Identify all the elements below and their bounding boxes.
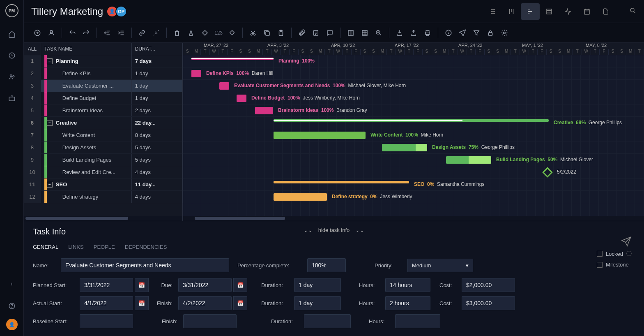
task-row[interactable]: 12Define strategy4 days xyxy=(24,191,182,203)
planned-hours-input[interactable]: 14 hours xyxy=(385,278,430,292)
duration-cell[interactable]: 1 day xyxy=(132,80,182,92)
copy-icon[interactable] xyxy=(261,27,273,39)
task-bar[interactable] xyxy=(274,132,366,139)
indent-icon[interactable] xyxy=(115,27,127,39)
task-name-cell[interactable]: −Planning xyxy=(41,55,132,67)
task-name-cell[interactable]: Design Assets xyxy=(41,141,132,153)
duration-cell[interactable]: 4 days xyxy=(132,166,182,178)
actual-duration-input[interactable]: 1 day xyxy=(294,296,341,310)
hide-task-info-button[interactable]: ⌄⌄ hide task info ⌄⌄ xyxy=(304,227,365,233)
tab-dependencies[interactable]: DEPENDENCIES xyxy=(125,244,167,250)
task-row[interactable]: 7Write Content8 days xyxy=(24,129,182,141)
duration-cell[interactable]: 1 day xyxy=(132,67,182,79)
task-name-cell[interactable]: Evaluate Customer ... xyxy=(41,80,132,92)
activity-view-icon[interactable] xyxy=(559,3,577,20)
task-name-cell[interactable]: Write Content xyxy=(41,129,132,141)
tab-general[interactable]: GENERAL xyxy=(33,244,58,250)
list-view-icon[interactable] xyxy=(483,3,502,20)
actual-cost-input[interactable]: $3,000.00 xyxy=(462,296,515,310)
export-icon[interactable] xyxy=(407,27,420,39)
member-avatar[interactable]: GP xyxy=(115,6,127,17)
task-name-cell[interactable]: Define KPIs xyxy=(41,67,132,79)
notes-icon[interactable] xyxy=(310,27,322,39)
undo-icon[interactable] xyxy=(66,27,78,39)
duration-cell[interactable]: 5 days xyxy=(132,141,182,153)
attachment-icon[interactable] xyxy=(296,27,308,39)
project-members[interactable]: 👤 GP xyxy=(109,6,127,17)
paste-icon[interactable] xyxy=(275,27,287,39)
col-header-name[interactable]: TASK NAME xyxy=(41,43,132,55)
people-icon[interactable] xyxy=(7,72,16,81)
grid-icon[interactable] xyxy=(359,27,371,39)
collapse-icon[interactable]: − xyxy=(47,120,53,126)
task-row[interactable]: 10Review and Edit Cre...4 days xyxy=(24,166,182,178)
task-name-cell[interactable]: Review and Edit Cre... xyxy=(41,166,132,178)
milestone-marker[interactable] xyxy=(542,167,552,177)
tab-links[interactable]: LINKS xyxy=(68,244,84,250)
duration-cell[interactable]: 4 days xyxy=(132,191,182,203)
task-row[interactable]: 6−Creative22 day... xyxy=(24,117,182,129)
info-icon[interactable] xyxy=(442,27,455,39)
send-task-icon[interactable] xyxy=(621,236,632,249)
task-bar[interactable] xyxy=(274,193,327,201)
planned-start-input[interactable]: 3/31/2022 xyxy=(80,278,133,292)
task-name-input[interactable]: Evaluate Customer Segments and Needs xyxy=(61,258,229,272)
duration-cell[interactable]: 22 day... xyxy=(132,117,182,129)
tab-people[interactable]: PEOPLE xyxy=(94,244,115,250)
task-row[interactable]: 1−Planning7 days xyxy=(24,55,182,67)
duration-cell[interactable]: 7 days xyxy=(132,55,182,67)
calendar-icon[interactable]: 📅 xyxy=(135,296,149,310)
comment-icon[interactable] xyxy=(324,27,336,39)
search-icon[interactable] xyxy=(629,7,637,16)
collapse-icon[interactable]: − xyxy=(47,182,53,188)
task-row[interactable]: 5Brainstorm Ideas2 days xyxy=(24,104,182,117)
columns-icon[interactable] xyxy=(345,27,357,39)
actual-start-input[interactable]: 4/1/2022 xyxy=(80,296,133,310)
task-bar[interactable] xyxy=(191,70,201,77)
board-view-icon[interactable] xyxy=(502,3,521,20)
assign-user-icon[interactable] xyxy=(45,27,58,39)
collapse-icon[interactable]: − xyxy=(47,58,53,64)
grid-scrollbar[interactable] xyxy=(24,216,182,221)
summary-bar[interactable] xyxy=(274,181,409,183)
task-bar[interactable] xyxy=(382,144,427,151)
actual-finish-input[interactable]: 4/2/2022 xyxy=(178,296,232,310)
briefcase-icon[interactable] xyxy=(7,94,16,103)
text-format-icon[interactable] xyxy=(185,27,197,39)
baseline-duration-input[interactable] xyxy=(304,314,351,328)
gantt-view-icon[interactable] xyxy=(521,3,540,20)
calendar-icon[interactable]: 📅 xyxy=(233,296,247,310)
print-icon[interactable] xyxy=(421,27,434,39)
import-icon[interactable] xyxy=(393,27,406,39)
duration-cell[interactable]: 1 day xyxy=(132,92,182,104)
due-input[interactable]: 3/31/2022 xyxy=(178,278,232,292)
calendar-icon[interactable]: 📅 xyxy=(135,278,149,292)
task-row[interactable]: 9Build Landing Pages5 days xyxy=(24,154,182,166)
plus-icon[interactable]: + xyxy=(7,279,16,288)
col-header-duration[interactable]: DURAT... xyxy=(132,43,182,55)
task-row[interactable]: 2Define KPIs1 day xyxy=(24,67,182,80)
duration-cell[interactable]: 2 days xyxy=(132,104,182,116)
baseline-start-input[interactable] xyxy=(80,314,133,328)
duration-cell[interactable]: 11 day... xyxy=(132,178,182,190)
planned-duration-input[interactable]: 1 day xyxy=(294,278,341,292)
baseline-hours-input[interactable] xyxy=(395,314,440,328)
col-header-all[interactable]: ALL xyxy=(24,43,41,55)
tag-icon[interactable] xyxy=(199,27,211,39)
task-name-cell[interactable]: Define strategy xyxy=(41,191,132,203)
delete-icon[interactable] xyxy=(171,27,183,39)
home-icon[interactable] xyxy=(7,30,16,39)
help-icon[interactable] xyxy=(7,301,16,311)
task-row[interactable]: 11−SEO11 day... xyxy=(24,178,182,191)
task-name-cell[interactable]: −Creative xyxy=(41,117,132,129)
task-bar[interactable] xyxy=(219,82,229,90)
duration-cell[interactable]: 5 days xyxy=(132,154,182,166)
duration-cell[interactable]: 8 days xyxy=(132,129,182,141)
baseline-finish-input[interactable] xyxy=(183,314,237,328)
calendar-view-icon[interactable] xyxy=(577,3,596,20)
outdent-icon[interactable] xyxy=(101,27,113,39)
task-row[interactable]: 8Design Assets5 days xyxy=(24,141,182,154)
calendar-icon[interactable]: 📅 xyxy=(233,278,247,292)
task-bar[interactable] xyxy=(255,107,273,114)
cut-icon[interactable] xyxy=(247,27,259,39)
